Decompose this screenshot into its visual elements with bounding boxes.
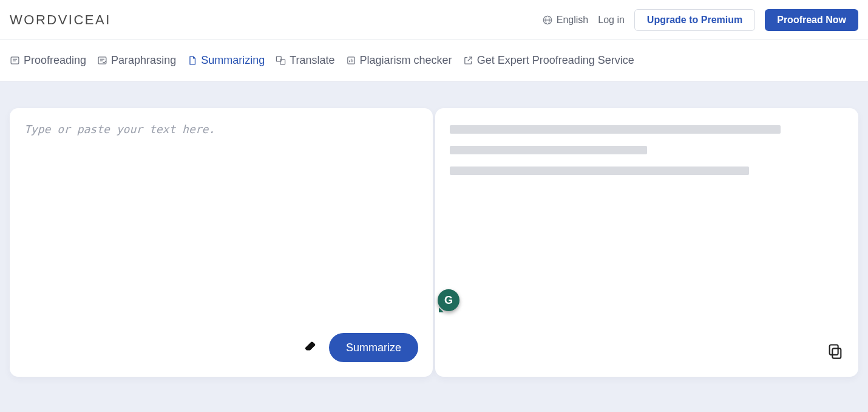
eraser-icon: [303, 340, 317, 353]
language-label: English: [557, 15, 588, 26]
summarizing-icon: [187, 55, 197, 66]
tab-translate[interactable]: Translate: [276, 50, 334, 70]
tab-label: Summarizing: [201, 54, 265, 67]
translate-icon: [276, 55, 286, 66]
tab-label: Proofreading: [24, 54, 86, 67]
upgrade-button[interactable]: Upgrade to Premium: [634, 9, 755, 31]
grammarly-badge[interactable]: G: [438, 289, 459, 311]
skeleton-line: [450, 167, 749, 175]
input-panel: Summarize: [10, 108, 433, 377]
output-skeleton: [450, 125, 844, 175]
output-panel: G: [435, 108, 858, 377]
grammarly-letter: G: [444, 294, 453, 307]
brand-logo[interactable]: WORDVICEAI: [10, 12, 111, 28]
tab-label: Plagiarism checker: [360, 54, 452, 67]
tab-expert-service[interactable]: Get Expert Proofreading Service: [463, 50, 634, 70]
tab-label: Translate: [290, 54, 334, 67]
app-header: WORDVICEAI English Log in Upgrade to Pre…: [0, 0, 868, 40]
summarize-button[interactable]: Summarize: [329, 333, 418, 362]
tab-label: Paraphrasing: [111, 54, 176, 67]
tool-tabs: Proofreading Paraphrasing Summarizing Tr…: [0, 40, 868, 81]
tab-plagiarism[interactable]: Plagiarism checker: [346, 50, 452, 70]
svg-rect-10: [832, 348, 841, 358]
plagiarism-icon: [346, 55, 356, 66]
login-link[interactable]: Log in: [598, 15, 625, 26]
svg-rect-6: [98, 57, 106, 64]
text-input[interactable]: [24, 123, 418, 326]
external-link-icon: [463, 55, 473, 66]
workspace: Summarize G: [0, 81, 868, 412]
tab-proofreading[interactable]: Proofreading: [10, 50, 86, 70]
proofreading-icon: [10, 55, 20, 66]
skeleton-line: [450, 146, 647, 154]
brand-suffix: AI: [95, 12, 111, 27]
input-actions: Summarize: [24, 333, 418, 362]
globe-icon: [542, 15, 553, 26]
tab-summarizing[interactable]: Summarizing: [187, 50, 265, 70]
paraphrasing-icon: [97, 55, 107, 66]
language-selector[interactable]: English: [542, 15, 588, 26]
header-right: English Log in Upgrade to Premium Proofr…: [542, 9, 858, 31]
copy-button[interactable]: [827, 343, 844, 362]
skeleton-line: [450, 125, 781, 134]
tab-label: Get Expert Proofreading Service: [477, 54, 634, 67]
brand-name: WORDVICE: [10, 12, 95, 27]
svg-rect-11: [830, 345, 838, 355]
tab-paraphrasing[interactable]: Paraphrasing: [97, 50, 176, 70]
copy-icon: [827, 343, 844, 360]
svg-rect-3: [11, 57, 19, 64]
erase-button[interactable]: [303, 340, 317, 355]
proofread-now-button[interactable]: Proofread Now: [765, 9, 858, 31]
